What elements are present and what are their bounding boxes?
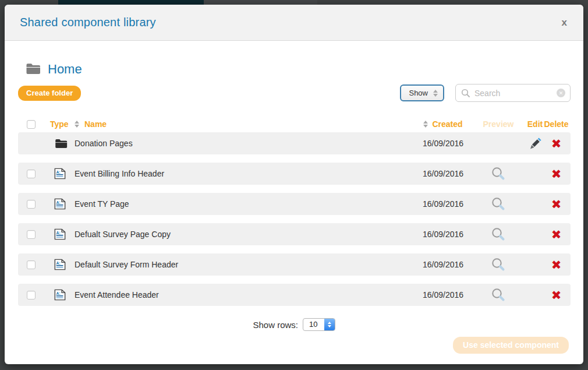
modal-title: Shared component library	[20, 16, 156, 29]
table-row: A: Event Attendee Header 16/09/2016 ✖	[18, 284, 571, 306]
document-icon: A:	[50, 228, 75, 240]
clear-search-icon[interactable]: ✕	[557, 89, 565, 97]
row-name[interactable]: Event TY Page	[75, 199, 415, 209]
breadcrumb: Home	[26, 62, 583, 77]
pagination: Show rows: 10	[5, 318, 583, 331]
preview-magnifier-icon[interactable]	[471, 227, 526, 242]
folder-icon	[50, 138, 75, 149]
svg-text:A:: A:	[56, 261, 61, 265]
table-row: A: Default Survey Form Header 16/09/2016…	[18, 253, 571, 276]
folder-icon	[26, 62, 41, 77]
row-created: 16/09/2016	[415, 139, 471, 148]
svg-text:A:: A:	[56, 200, 61, 205]
row-created: 16/09/2016	[415, 290, 471, 299]
table-row: Donation Pages 16/09/2016 ✖	[18, 132, 571, 154]
table-row: A: Defualt Survey Page Copy 16/09/2016 ✖	[18, 223, 571, 245]
search-icon	[461, 89, 470, 98]
sort-icon	[423, 121, 428, 128]
svg-text:A:: A:	[56, 291, 61, 295]
svg-text:A:: A:	[56, 231, 61, 235]
sort-icon	[75, 121, 79, 128]
row-name[interactable]: Event Billing Info Header	[75, 169, 415, 178]
row-checkbox[interactable]	[27, 291, 36, 299]
toolbar: Create folder Show ✕	[18, 84, 571, 102]
delete-icon[interactable]: ✖	[551, 138, 562, 150]
row-checkbox[interactable]	[27, 170, 36, 178]
toolbar-right: Show ✕	[400, 84, 571, 102]
document-icon: A:	[50, 198, 75, 210]
create-folder-button[interactable]: Create folder	[18, 86, 81, 101]
show-rows-select[interactable]: 10	[303, 318, 335, 331]
row-checkbox[interactable]	[27, 260, 36, 269]
show-rows-value: 10	[303, 319, 324, 330]
delete-icon[interactable]: ✖	[551, 168, 562, 180]
row-checkbox[interactable]	[27, 230, 36, 239]
row-created: 16/09/2016	[415, 169, 471, 178]
svg-text:A:: A:	[56, 170, 61, 174]
header-edit: Edit	[526, 119, 544, 129]
delete-icon[interactable]: ✖	[551, 198, 562, 210]
header-name[interactable]: Name	[75, 119, 415, 129]
breadcrumb-home-label[interactable]: Home	[48, 62, 82, 77]
table-row: A: Event TY Page 16/09/2016 ✖	[18, 193, 571, 215]
header-type: Type	[50, 119, 75, 129]
search-input[interactable]	[474, 89, 557, 98]
show-rows-label: Show rows:	[253, 320, 299, 330]
preview-magnifier-icon[interactable]	[471, 166, 526, 181]
row-checkbox[interactable]	[27, 200, 36, 209]
row-name[interactable]: Donation Pages	[75, 139, 415, 148]
preview-magnifier-icon[interactable]	[471, 196, 526, 212]
document-icon: A:	[50, 259, 75, 270]
document-icon: A:	[50, 289, 75, 301]
search-box: ✕	[455, 84, 571, 102]
row-created: 16/09/2016	[415, 199, 471, 209]
row-name[interactable]: Event Attendee Header	[75, 290, 415, 299]
table-row: A: Event Billing Info Header 16/09/2016 …	[18, 163, 571, 185]
row-created: 16/09/2016	[415, 230, 471, 239]
use-selected-component-button[interactable]: Use selected component	[453, 337, 569, 354]
show-dropdown-label: Show	[409, 89, 428, 97]
edit-pencil-icon[interactable]	[526, 136, 544, 150]
chevron-updown-icon	[433, 90, 438, 97]
preview-magnifier-icon[interactable]	[471, 287, 526, 302]
select-all-checkbox[interactable]	[27, 120, 36, 129]
document-icon: A:	[50, 168, 75, 179]
delete-icon[interactable]: ✖	[551, 228, 562, 241]
row-name[interactable]: Defualt Survey Page Copy	[75, 230, 415, 239]
table-header-row: Type Name Created Preview Edit Delete	[18, 116, 571, 132]
header-created[interactable]: Created	[415, 119, 471, 129]
select-stepper-icon	[324, 319, 335, 330]
header-delete: Delete	[544, 119, 568, 129]
close-icon[interactable]: x	[562, 17, 567, 27]
delete-icon[interactable]: ✖	[551, 289, 562, 301]
show-dropdown[interactable]: Show	[400, 84, 444, 101]
delete-icon[interactable]: ✖	[551, 259, 562, 271]
row-name[interactable]: Default Survey Form Header	[75, 260, 415, 269]
header-preview: Preview	[471, 119, 526, 129]
modal-header: Shared component library x	[5, 5, 583, 41]
preview-magnifier-icon[interactable]	[471, 257, 526, 272]
shared-component-library-modal: Shared component library x Home Create f…	[5, 5, 583, 364]
modal-footer: Use selected component	[5, 337, 569, 354]
row-created: 16/09/2016	[415, 260, 471, 269]
